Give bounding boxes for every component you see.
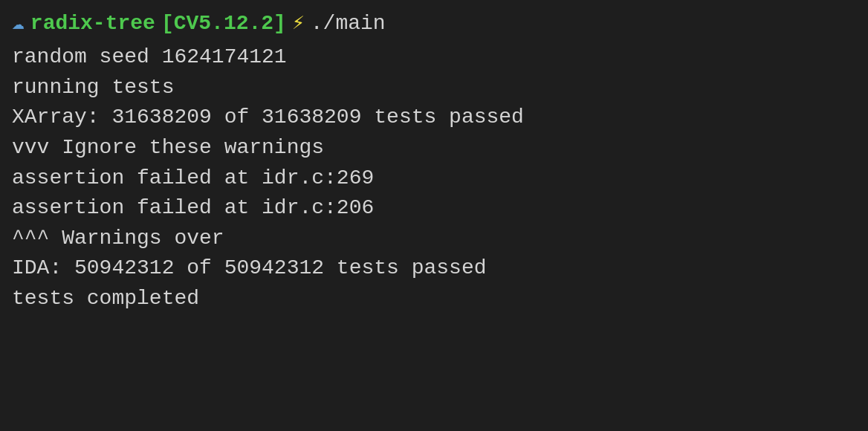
output-line: random seed 1624174121	[12, 42, 856, 73]
lightning-icon: ⚡	[292, 9, 305, 38]
output-line: assertion failed at idr.c:206	[12, 193, 856, 224]
output-line: ^^^ Warnings over	[12, 224, 856, 254]
cloud-icon: ☁	[12, 9, 25, 38]
version-badge: [CV5.12.2]	[161, 9, 286, 38]
output-line: IDA: 50942312 of 50942312 tests passed	[12, 253, 856, 284]
repo-name: radix-tree	[30, 9, 155, 38]
output-line: tests completed	[12, 284, 856, 314]
output-line: running tests	[12, 73, 856, 103]
terminal-window: ☁ radix-tree [CV5.12.2] ⚡ ./main random …	[0, 0, 868, 431]
terminal-output: random seed 1624174121running testsXArra…	[12, 42, 856, 314]
terminal-header: ☁ radix-tree [CV5.12.2] ⚡ ./main	[12, 9, 856, 38]
working-directory: ./main	[311, 9, 386, 38]
output-line: vvv Ignore these warnings	[12, 133, 856, 163]
output-line: assertion failed at idr.c:269	[12, 163, 856, 194]
output-line: XArray: 31638209 of 31638209 tests passe…	[12, 103, 856, 133]
